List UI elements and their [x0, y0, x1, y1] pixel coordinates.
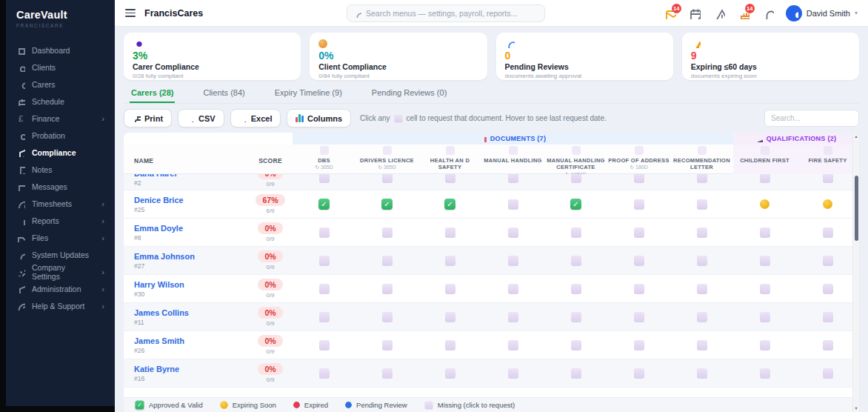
carer-link[interactable]: Katie Byrne: [134, 365, 248, 373]
status-cell[interactable]: [733, 199, 796, 209]
tab-pending-reviews[interactable]: Pending Reviews (0): [370, 84, 449, 103]
sidebar-item-reports[interactable]: Reports: [6, 212, 115, 229]
sidebar-item-help-support[interactable]: Help & Support: [6, 297, 115, 314]
alert-triangle-icon[interactable]: [713, 7, 725, 19]
sidebar-item-dashboard[interactable]: Dashboard: [6, 41, 115, 59]
table-search[interactable]: [764, 110, 859, 127]
status-cell[interactable]: [670, 256, 733, 266]
status-cell[interactable]: [733, 256, 796, 266]
status-cell[interactable]: [293, 312, 355, 322]
status-cell[interactable]: [607, 256, 670, 266]
status-cell[interactable]: [544, 174, 607, 183]
status-cell[interactable]: [796, 340, 859, 350]
excel-export-button[interactable]: Excel: [230, 109, 281, 127]
status-cell[interactable]: [670, 199, 733, 210]
status-cell[interactable]: [733, 312, 796, 322]
sidebar-item-timesheets[interactable]: Timesheets: [6, 195, 115, 212]
carer-link[interactable]: James Collins: [134, 308, 248, 317]
sidebar-item-finance[interactable]: £Finance: [6, 110, 115, 127]
status-cell[interactable]: [607, 368, 670, 379]
status-cell[interactable]: [544, 368, 607, 379]
status-cell[interactable]: [796, 368, 859, 379]
status-cell[interactable]: [481, 199, 544, 210]
birthday-cake-icon[interactable]: 14: [738, 7, 750, 19]
status-cell[interactable]: [418, 199, 481, 210]
status-cell[interactable]: [733, 227, 796, 238]
hamburger-menu-icon[interactable]: [125, 9, 136, 17]
status-cell[interactable]: [355, 284, 418, 294]
status-cell[interactable]: [355, 174, 418, 183]
csv-export-button[interactable]: CSV: [178, 109, 224, 127]
status-cell[interactable]: [355, 312, 418, 322]
status-cell[interactable]: [796, 256, 859, 266]
status-cell[interactable]: [481, 340, 544, 350]
status-cell[interactable]: [670, 340, 733, 350]
status-cell[interactable]: [418, 368, 481, 379]
status-cell[interactable]: [670, 312, 733, 322]
status-cell[interactable]: [293, 227, 355, 238]
status-cell[interactable]: [544, 284, 607, 294]
sidebar-item-files[interactable]: Files: [6, 229, 115, 246]
status-cell[interactable]: [670, 227, 733, 238]
status-cell[interactable]: [733, 284, 796, 294]
calendar-clock-icon[interactable]: [689, 7, 701, 19]
sidebar-item-schedule[interactable]: Schedule: [6, 93, 115, 110]
status-cell[interactable]: [481, 174, 544, 183]
status-cell[interactable]: [293, 284, 355, 294]
status-cell[interactable]: [418, 340, 481, 350]
status-cell[interactable]: [418, 227, 481, 238]
status-cell[interactable]: [544, 256, 607, 266]
sidebar-item-clients[interactable]: Clients: [6, 59, 115, 76]
status-cell[interactable]: [670, 368, 733, 379]
tab-clients[interactable]: Clients (84): [201, 84, 246, 103]
user-menu[interactable]: David Smith ▾: [786, 5, 858, 21]
status-cell[interactable]: [293, 256, 355, 266]
mail-icon[interactable]: 14: [664, 7, 676, 19]
status-cell[interactable]: [293, 368, 355, 379]
carer-link[interactable]: Harry Wilson: [134, 280, 248, 289]
sidebar-item-notes[interactable]: Notes: [6, 161, 115, 178]
status-cell[interactable]: [418, 284, 481, 294]
status-cell[interactable]: [544, 312, 607, 322]
sidebar-item-carers[interactable]: Carers: [6, 76, 115, 93]
status-cell[interactable]: [481, 227, 544, 238]
status-cell[interactable]: [355, 227, 418, 238]
status-cell[interactable]: [607, 227, 670, 238]
status-cell[interactable]: [796, 312, 859, 322]
vertical-scrollbar[interactable]: [852, 133, 859, 412]
status-cell[interactable]: [544, 340, 607, 350]
status-cell[interactable]: [481, 284, 544, 294]
status-cell[interactable]: [607, 312, 670, 322]
tab-carers[interactable]: Carers (28): [130, 84, 175, 103]
columns-button[interactable]: Columns: [287, 109, 351, 127]
status-cell[interactable]: [355, 368, 418, 379]
table-search-input[interactable]: [771, 110, 852, 126]
status-cell[interactable]: [355, 340, 418, 350]
status-cell[interactable]: [796, 284, 859, 294]
status-cell[interactable]: [544, 227, 607, 238]
status-cell[interactable]: [670, 284, 733, 294]
status-cell[interactable]: [293, 340, 355, 350]
status-cell[interactable]: [796, 227, 859, 238]
status-cell[interactable]: [418, 256, 481, 266]
carer-link[interactable]: James Smith: [134, 336, 248, 345]
status-cell[interactable]: [607, 340, 670, 350]
status-cell[interactable]: [733, 368, 796, 379]
global-search[interactable]: [347, 4, 545, 22]
status-cell[interactable]: [796, 199, 859, 209]
tab-expiry-timeline[interactable]: Expiry Timeline (9): [273, 84, 344, 103]
status-cell[interactable]: [796, 174, 859, 183]
status-cell[interactable]: [418, 312, 481, 322]
sidebar-item-system-updates[interactable]: System Updates: [6, 246, 115, 263]
scrollbar-thumb[interactable]: [855, 176, 858, 241]
print-button[interactable]: Print: [124, 109, 172, 127]
status-cell[interactable]: [544, 199, 607, 210]
status-cell[interactable]: [355, 256, 418, 266]
sidebar-item-administration[interactable]: Administration: [6, 280, 115, 297]
notifications-bell-icon[interactable]: [762, 7, 774, 19]
status-cell[interactable]: [481, 256, 544, 266]
status-cell[interactable]: [355, 199, 418, 210]
carer-link[interactable]: Dana Harel: [134, 174, 248, 178]
status-cell[interactable]: [607, 199, 670, 210]
status-cell[interactable]: [670, 174, 733, 183]
